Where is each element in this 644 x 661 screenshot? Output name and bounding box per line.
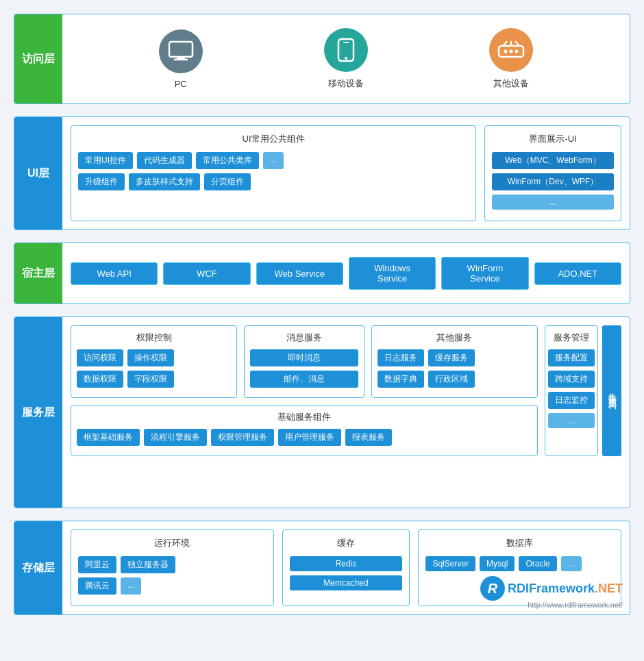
tag-common-lib: 常用公共类库 — [196, 152, 259, 169]
host-webapi: Web API — [71, 262, 158, 285]
ui-display-row2: WinForm（Dev、WPF） — [492, 173, 614, 190]
smgmt-row4: ... — [548, 413, 595, 428]
service-mgmt-title: 服务管理 — [548, 332, 595, 344]
perm-row1: 访问权限 操作权限 — [77, 349, 231, 366]
tag-svc-more: ... — [548, 413, 595, 428]
tag-flow-engine: 流程引擎服务 — [144, 429, 207, 446]
service-layer-label: 服务层 — [14, 317, 62, 508]
other-services-title: 其他服务 — [377, 332, 532, 344]
tag-more-1: ... — [263, 152, 284, 169]
smgmt-row3: 日志监控 — [548, 392, 595, 409]
other-label: 其他设备 — [493, 77, 529, 90]
service-right: 服务管理 服务配置 跨域支持 日志监控 ... 集中分布式架构 — [545, 325, 621, 456]
ui-display-title: 界面展示-UI — [492, 133, 614, 145]
tag-cors: 跨域支持 — [548, 371, 595, 388]
watermark-brand: RDIFramework.NET — [508, 582, 623, 596]
runtime-box: 运行环境 阿里云 独立服务器 腾讯云 ... — [71, 529, 274, 606]
svg-rect-0 — [169, 42, 193, 57]
tag-email-msg: 邮件、消息 — [250, 371, 358, 388]
tag-standalone: 独立服务器 — [121, 556, 175, 573]
ui-display-row3: ... — [492, 195, 614, 210]
smgmt-row1: 服务配置 — [548, 349, 595, 366]
tag-db-more: ... — [561, 556, 582, 571]
ui-row1: 常用UI控件 代码生成器 常用公共类库 ... — [78, 152, 469, 169]
other-services-box: 其他服务 日志服务 缓存服务 数据字典 行政区域 — [371, 325, 538, 398]
tag-report: 报表服务 — [345, 429, 392, 446]
tag-paging: 分页组件 — [204, 173, 251, 190]
svg-point-4 — [345, 57, 347, 60]
ui-display-row1: Web（MVC、WebForm） — [492, 152, 614, 169]
pc-label: PC — [175, 79, 187, 89]
base-service-title: 基础服务组件 — [77, 411, 532, 423]
tag-aliyun: 阿里云 — [78, 556, 116, 573]
tag-mysql: Mysql — [480, 556, 515, 571]
tag-op-perm: 操作权限 — [127, 349, 174, 366]
tag-tencent: 腾讯云 — [78, 577, 116, 595]
base-tags: 框架基础服务 流程引擎服务 权限管理服务 用户管理服务 报表服务 — [77, 429, 532, 446]
service-mgmt-box: 服务管理 服务配置 跨域支持 日志监控 ... — [545, 325, 598, 456]
tag-instant-msg: 即时消息 — [250, 349, 358, 366]
other-row2: 数据字典 行政区域 — [377, 371, 532, 388]
mobile-icon — [324, 28, 368, 72]
storage-layer-content: 运行环境 阿里云 独立服务器 腾讯云 ... 缓存 Redis Memcache… — [62, 521, 630, 614]
tag-code-gen: 代码生成器 — [137, 152, 192, 169]
distributed-label: 集中分布式架构 — [602, 325, 621, 456]
service-main: 权限控制 访问权限 操作权限 数据权限 字段权限 消息服务 — [71, 325, 538, 456]
tag-ui-more: ... — [492, 195, 614, 210]
ui-display: 界面展示-UI Web（MVC、WebForm） WinForm（Dev、WPF… — [484, 125, 621, 221]
db-row1: SqlServer Mysql Oracle ... — [425, 556, 614, 571]
service-layer-content: 权限控制 访问权限 操作权限 数据权限 字段权限 消息服务 — [62, 317, 630, 508]
cache-row1: Redis — [290, 556, 403, 571]
ui-row2: 升级组件 多皮肤样式支持 分页组件 — [78, 173, 469, 190]
watermark: R RDIFramework.NET http://www.rdiframewo… — [480, 576, 623, 609]
storage-layer: 存储层 运行环境 阿里云 独立服务器 腾讯云 ... 缓存 Redis — [14, 521, 630, 615]
ui-layer: UI层 UI常用公共组件 常用UI控件 代码生成器 常用公共类库 ... 升级组… — [14, 116, 630, 230]
permissions-title: 权限控制 — [77, 332, 231, 344]
host-winservice: Windows Service — [349, 257, 436, 290]
runtime-row1: 阿里云 独立服务器 — [78, 556, 267, 573]
tag-log-monitor: 日志监控 — [548, 392, 595, 409]
tag-region: 行政区域 — [428, 371, 475, 388]
svg-point-10 — [504, 50, 508, 53]
tag-memcached: Memcached — [290, 575, 403, 590]
runtime-title: 运行环境 — [78, 537, 267, 549]
tag-perm-mgmt: 权限管理服务 — [211, 429, 274, 446]
tag-user-mgmt: 用户管理服务 — [278, 429, 341, 446]
access-layer: 访问层 PC — [14, 14, 630, 104]
access-mobile: 移动设备 — [324, 28, 368, 90]
ui-layer-label: UI层 — [14, 117, 62, 229]
tag-winform: WinForm（Dev、WPF） — [492, 173, 614, 190]
host-items: Web API WCF Web Service Windows Service … — [71, 251, 621, 295]
service-layer: 服务层 权限控制 访问权限 操作权限 数据权限 字段权限 — [14, 316, 630, 508]
tag-dict: 数据字典 — [377, 371, 424, 388]
other-row1: 日志服务 缓存服务 — [377, 349, 532, 366]
pc-icon — [159, 29, 203, 73]
tag-cache-svc: 缓存服务 — [428, 349, 475, 366]
access-icons: PC 移动设备 — [71, 23, 621, 95]
service-sections: 权限控制 访问权限 操作权限 数据权限 字段权限 消息服务 — [71, 325, 621, 456]
tag-field-perm: 字段权限 — [127, 371, 174, 388]
database-title: 数据库 — [425, 537, 614, 549]
service-top: 权限控制 访问权限 操作权限 数据权限 字段权限 消息服务 — [71, 325, 538, 398]
access-pc: PC — [159, 29, 203, 89]
msg-row2: 邮件、消息 — [250, 371, 358, 388]
perm-row2: 数据权限 字段权限 — [77, 371, 231, 388]
message-box: 消息服务 即时消息 邮件、消息 — [244, 325, 364, 398]
msg-row1: 即时消息 — [250, 349, 358, 366]
cache-title: 缓存 — [290, 537, 403, 549]
runtime-row2: 腾讯云 ... — [78, 577, 267, 595]
tag-log-svc: 日志服务 — [377, 349, 424, 366]
host-webservice: Web Service — [256, 262, 343, 285]
ui-common-title: UI常用公共组件 — [78, 133, 469, 145]
ui-common-components: UI常用公共组件 常用UI控件 代码生成器 常用公共类库 ... 升级组件 多皮… — [71, 125, 476, 221]
tag-access-perm: 访问权限 — [77, 349, 123, 366]
mobile-label: 移动设备 — [328, 77, 364, 90]
svg-point-12 — [515, 50, 519, 53]
tag-svc-config: 服务配置 — [548, 349, 595, 366]
host-layer-label: 宿主层 — [14, 243, 62, 303]
host-winform: WinForm Service — [441, 257, 528, 290]
cache-box: 缓存 Redis Memcached — [282, 529, 410, 606]
tag-ui-controls: 常用UI控件 — [78, 152, 133, 169]
tag-sqlserver: SqlServer — [425, 556, 475, 571]
tag-frame-base: 框架基础服务 — [77, 429, 140, 446]
